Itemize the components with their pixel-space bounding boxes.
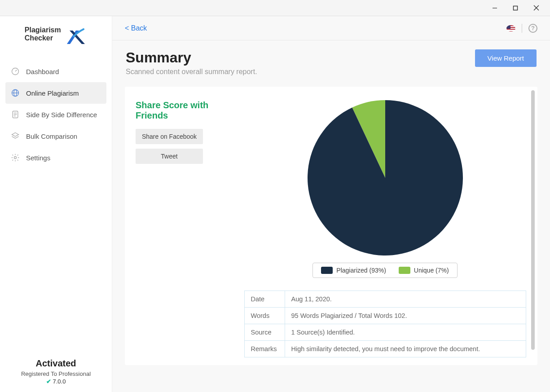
table-row: DateAug 11, 2020.	[244, 291, 526, 308]
words-value: 95 Words Plagiarized / Total Words 102.	[285, 308, 526, 324]
logo-line2: Checker	[25, 34, 53, 42]
sidebar-nav: Dashboard Online Plagiarism Side By Side…	[0, 59, 112, 351]
sidebar-item-label: Online Plagiarism	[26, 89, 79, 97]
table-row: Words95 Words Plagiarized / Total Words …	[244, 308, 526, 324]
globe-icon	[11, 88, 20, 97]
share-facebook-button[interactable]: Share on Facebook	[136, 129, 203, 144]
sidebar-item-settings[interactable]: Settings	[5, 147, 106, 168]
remarks-value: High similarity detected, you must need …	[285, 341, 526, 357]
check-icon: ✔	[46, 378, 51, 385]
share-title: Share Score with Friends	[136, 100, 234, 121]
logo-x-icon	[65, 28, 87, 48]
topbar: < Back ?	[112, 16, 550, 40]
share-section: Share Score with Friends Share on Facebo…	[136, 100, 234, 168]
date-value: Aug 11, 2020.	[285, 291, 526, 308]
date-label: Date	[244, 291, 285, 308]
sidebar-item-online-plagiarism[interactable]: Online Plagiarism	[5, 82, 106, 104]
logo-line1: Plagiarism	[25, 26, 61, 34]
minimize-button[interactable]	[484, 1, 505, 15]
view-report-button[interactable]: View Report	[475, 49, 537, 67]
remarks-label: Remarks	[244, 341, 285, 357]
version-label: ✔7.0.0	[7, 378, 105, 385]
app-logo: PlagiarismChecker	[0, 16, 112, 59]
summary-card: Share Score with Friends Share on Facebo…	[125, 87, 537, 365]
maximize-button[interactable]	[505, 1, 526, 15]
window-titlebar	[0, 0, 550, 16]
sidebar-item-label: Settings	[26, 154, 50, 162]
table-row: RemarksHigh similarity detected, you mus…	[244, 341, 526, 357]
page-title: Summary	[126, 49, 257, 66]
sidebar-item-label: Bulk Comparison	[26, 132, 77, 140]
legend-plagiarized: Plagiarized (93%)	[321, 267, 386, 274]
close-button[interactable]	[526, 1, 546, 15]
svg-point-12	[14, 157, 17, 159]
page-header: Summary Scanned content overall summary …	[112, 40, 550, 87]
details-table: DateAug 11, 2020. Words95 Words Plagiari…	[244, 291, 526, 357]
page-subtitle: Scanned content overall summary report.	[126, 68, 257, 76]
plagiarized-swatch	[321, 267, 333, 274]
chart-legend: Plagiarized (93%) Unique (7%)	[312, 263, 457, 278]
sidebar-footer: Activated Registered To Professional ✔7.…	[0, 351, 112, 392]
pie-chart	[308, 100, 463, 255]
activated-label: Activated	[7, 358, 105, 369]
unique-swatch	[399, 267, 410, 274]
sidebar-item-label: Dashboard	[26, 68, 59, 75]
table-row: Source1 Source(s) Identified.	[244, 324, 526, 341]
source-value: 1 Source(s) Identified.	[285, 324, 526, 341]
scrollbar[interactable]	[531, 90, 535, 350]
svg-rect-1	[514, 6, 518, 10]
tweet-button[interactable]: Tweet	[136, 149, 203, 164]
sidebar-item-side-by-side[interactable]: Side By Side Difference	[5, 104, 106, 125]
sidebar: PlagiarismChecker Dashboard Online Plagi…	[0, 16, 112, 392]
gear-icon	[11, 153, 20, 162]
sidebar-item-bulk-comparison[interactable]: Bulk Comparison	[5, 125, 106, 147]
topbar-right: ?	[506, 24, 537, 33]
layers-icon	[11, 132, 20, 141]
words-label: Words	[244, 308, 285, 324]
main-content: < Back ? Summary Scanned content overall…	[112, 16, 550, 392]
flag-icon[interactable]	[506, 25, 515, 31]
document-icon	[11, 110, 20, 119]
source-label: Source	[244, 324, 285, 341]
help-icon[interactable]: ?	[528, 24, 537, 33]
sidebar-item-label: Side By Side Difference	[26, 111, 97, 119]
sidebar-item-dashboard[interactable]: Dashboard	[5, 61, 106, 82]
back-link[interactable]: < Back	[125, 24, 147, 32]
topbar-divider	[522, 24, 522, 33]
chart-section: Plagiarized (93%) Unique (7%) DateAug 11…	[243, 100, 527, 357]
dashboard-icon	[11, 67, 20, 76]
legend-unique: Unique (7%)	[399, 267, 449, 274]
registered-label: Registered To Professional	[7, 370, 105, 377]
